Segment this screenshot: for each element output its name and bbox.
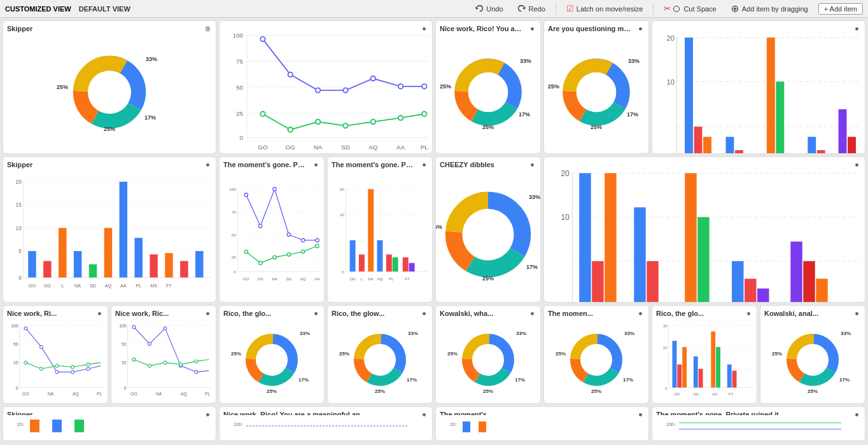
svg-point-250 xyxy=(256,345,287,375)
svg-point-235 xyxy=(195,371,198,374)
widget-moment-bottom: The moment's... 20↑ xyxy=(435,406,649,441)
svg-rect-188 xyxy=(757,289,769,303)
undo-button[interactable]: Undo xyxy=(471,3,507,15)
gear-icon[interactable] xyxy=(420,25,428,34)
rico-donut-sm-1: 33% 25% 17% 25% xyxy=(223,320,320,399)
svg-point-256 xyxy=(365,345,395,375)
bar-grouped-2: 20 10 0 GO xyxy=(548,163,861,303)
moment-bottom-chart: 20↑ xyxy=(440,418,645,437)
svg-rect-99 xyxy=(180,261,188,278)
svg-point-134 xyxy=(316,244,319,247)
svg-text:NA: NA xyxy=(156,392,162,396)
svg-text:100: 100 xyxy=(11,324,18,328)
svg-rect-94 xyxy=(104,228,112,278)
gear-icon[interactable] xyxy=(420,411,428,420)
gear-icon[interactable] xyxy=(528,161,536,170)
svg-rect-65 xyxy=(767,38,775,154)
svg-rect-95 xyxy=(120,182,127,278)
gear-icon[interactable] xyxy=(420,161,428,170)
svg-rect-152 xyxy=(368,189,374,271)
widget-skipper-1: Skipper 33% 25% 17% 25 xyxy=(3,20,216,154)
latch-button[interactable]: ☑ Latch on move/resize xyxy=(563,3,647,15)
nice-rico-2-line: 100 50 25 0 GO NA AQ PL xyxy=(115,320,212,399)
redo-button[interactable]: Redo xyxy=(514,3,549,15)
gear-icon[interactable] xyxy=(636,310,645,319)
skipper-bar-chart: 20 15 10 5 0 xyxy=(7,171,212,298)
gear-icon[interactable] xyxy=(636,411,645,420)
svg-text:50: 50 xyxy=(122,342,127,346)
gear-icon[interactable] xyxy=(312,161,320,170)
svg-point-125 xyxy=(273,188,276,191)
gear-icon[interactable] xyxy=(204,161,212,170)
add-drag-button[interactable]: Add item by dragging xyxy=(727,3,812,15)
svg-text:GO: GO xyxy=(258,144,268,151)
svg-point-240 xyxy=(195,360,198,363)
cut-space-button[interactable]: ✂ Cut Space xyxy=(660,3,720,15)
svg-rect-96 xyxy=(134,238,142,277)
svg-point-132 xyxy=(287,253,290,256)
svg-rect-300 xyxy=(52,420,62,432)
gear-icon[interactable] xyxy=(853,25,861,34)
svg-text:OG: OG xyxy=(286,144,295,151)
svg-point-24 xyxy=(422,84,426,88)
view-tabs: CUSTOMIZED VIEW DEFAULT VIEW xyxy=(5,5,130,13)
widget-nice-rico-bottom: Nice work, Rico! You are a meaningful an… xyxy=(219,406,433,441)
svg-rect-71 xyxy=(848,137,856,154)
svg-text:AA: AA xyxy=(712,392,717,396)
top-bar: CUSTOMIZED VIEW DEFAULT VIEW Undo Redo ☑… xyxy=(0,0,868,18)
widget-skipper-bottom: Skipper 20↑ xyxy=(3,406,216,441)
gear-icon[interactable] xyxy=(95,310,104,319)
svg-text:PL: PL xyxy=(97,392,102,396)
svg-text:100: 100 xyxy=(119,324,127,328)
svg-point-39 xyxy=(531,27,534,31)
gear-icon[interactable] xyxy=(853,161,861,170)
gear-icon[interactable] xyxy=(528,25,536,34)
gear-icon[interactable] xyxy=(204,25,212,34)
svg-text:10: 10 xyxy=(16,225,22,231)
svg-rect-283 xyxy=(711,331,715,387)
default-view-tab[interactable]: DEFAULT VIEW xyxy=(79,5,130,13)
svg-rect-68 xyxy=(817,150,825,154)
svg-point-302 xyxy=(423,413,426,416)
widget-title: Rico, the glo... xyxy=(656,310,753,317)
moment-gone-bottom-chart: 100↑ xyxy=(656,418,861,437)
skipper-bottom-chart: 20↑ xyxy=(7,418,212,437)
gear-icon[interactable] xyxy=(204,310,212,319)
gear-icon[interactable] xyxy=(312,310,320,319)
gear-icon[interactable] xyxy=(853,310,861,319)
svg-point-170 xyxy=(855,163,858,167)
svg-text:PL: PL xyxy=(136,283,141,289)
svg-text:0: 0 xyxy=(16,386,18,390)
moment-donut-sm: 33% 25% 17% 25% xyxy=(548,320,645,399)
line-chart-2: 100 75 50 25 0 G xyxy=(223,171,320,298)
svg-text:AQ: AQ xyxy=(181,392,187,397)
widget-title: Skipper xyxy=(7,411,212,415)
svg-text:10: 10 xyxy=(561,213,570,222)
svg-text:25: 25 xyxy=(122,360,127,365)
gear-icon[interactable] xyxy=(420,310,428,319)
svg-point-251 xyxy=(423,312,426,315)
svg-text:NA: NA xyxy=(694,392,699,396)
kowalski-anal-donut-sm: 33% 25% 17% 25% xyxy=(764,320,861,399)
svg-text:AA: AA xyxy=(120,283,127,289)
svg-text:0: 0 xyxy=(18,275,22,281)
svg-text:MS: MS xyxy=(150,283,157,289)
gear-icon[interactable] xyxy=(745,310,753,319)
gear-icon[interactable] xyxy=(853,411,861,420)
gear-icon[interactable] xyxy=(204,411,212,420)
svg-text:AQ: AQ xyxy=(105,283,112,289)
svg-point-245 xyxy=(314,312,318,315)
svg-point-28 xyxy=(343,123,347,128)
svg-text:NA: NA xyxy=(48,392,54,396)
svg-point-26 xyxy=(288,127,293,132)
gear-icon[interactable] xyxy=(636,25,645,34)
svg-text:NA: NA xyxy=(368,277,374,281)
customized-view-tab[interactable]: CUSTOMIZED VIEW xyxy=(5,5,71,13)
svg-rect-186 xyxy=(732,261,743,303)
add-item-button[interactable]: + Add item xyxy=(818,3,863,15)
svg-rect-70 xyxy=(839,109,847,154)
widget-title: Are you questioning my leaders... xyxy=(548,25,645,32)
svg-point-239 xyxy=(179,363,183,366)
gear-icon[interactable] xyxy=(528,310,536,319)
svg-rect-154 xyxy=(386,254,392,271)
